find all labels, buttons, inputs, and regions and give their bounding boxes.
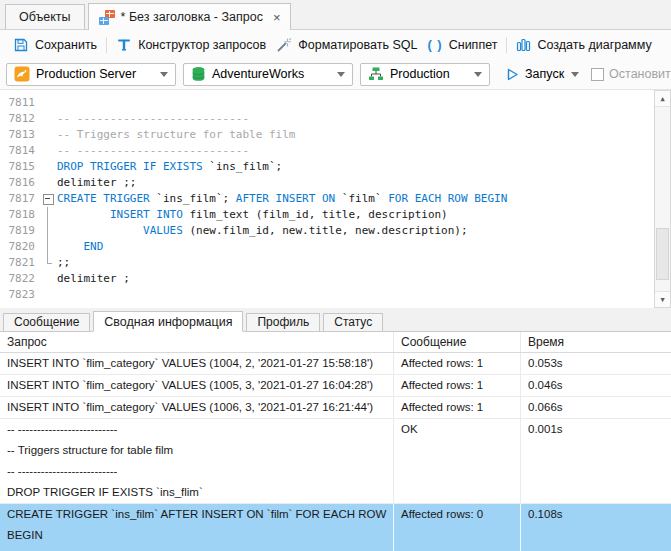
- close-icon[interactable]: ×: [273, 11, 281, 24]
- code-text: INSERT INTO film_text (film_id, title, d…: [57, 207, 671, 223]
- query-tool-window: { "window": { "tabs": [ { "label": "Объе…: [0, 0, 671, 551]
- tab-status-label: Статус: [334, 315, 372, 329]
- fold-margin: [40, 255, 57, 271]
- editor-scrollbar[interactable]: ▲ ▼: [654, 90, 671, 308]
- query-builder-icon: [116, 37, 132, 53]
- code-text: delimiter ;: [57, 271, 671, 287]
- query-builder-button[interactable]: Конструктор запросов: [111, 33, 271, 57]
- code-line[interactable]: 7817CREATE TRIGGER `ins_film`; AFTER INS…: [0, 191, 671, 207]
- stop-checkbox[interactable]: [591, 68, 604, 81]
- query-tab-icon: [99, 10, 115, 25]
- results-header: Запрос Сообщение Время: [0, 332, 671, 353]
- code-text: CREATE TRIGGER `ins_film`; AFTER INSERT …: [57, 191, 671, 207]
- stop-label: Остановить: [609, 67, 671, 81]
- tab-profile[interactable]: Профиль: [246, 313, 320, 331]
- create-chart-button[interactable]: Создать диаграмму: [511, 33, 656, 57]
- message-cell[interactable]: Affected rows: 0: [393, 504, 520, 551]
- snippet-icon: ( ): [427, 37, 442, 52]
- scrollbar-thumb[interactable]: [656, 228, 669, 280]
- column-header-time: Время: [520, 332, 671, 352]
- time-cell[interactable]: 0.001s: [520, 419, 671, 503]
- line-number: 7818: [0, 207, 40, 223]
- chevron-down-icon: [337, 72, 345, 77]
- result-tabstrip: Сообщение Сводная информация Профиль Ста…: [0, 312, 671, 332]
- run-dropdown-caret-icon[interactable]: [571, 72, 579, 77]
- line-number: 7815: [0, 159, 40, 175]
- code-line[interactable]: 7820 END: [0, 239, 671, 255]
- fold-margin: [40, 207, 57, 223]
- fold-margin: [40, 143, 57, 159]
- code-line[interactable]: 7813-- Triggers structure for table film: [0, 127, 671, 143]
- time-cell[interactable]: 0.066s: [520, 397, 671, 418]
- code-text: DROP TRIGGER IF EXISTS `ins_film`;: [57, 159, 671, 175]
- format-sql-icon: [276, 37, 292, 53]
- chevron-down-icon: [474, 72, 482, 77]
- time-cell[interactable]: 0.053s: [520, 353, 671, 374]
- fold-margin: [40, 95, 57, 111]
- code-line[interactable]: 7818 INSERT INTO film_text (film_id, tit…: [0, 207, 671, 223]
- scroll-up-icon[interactable]: ▲: [655, 91, 670, 107]
- code-line[interactable]: 7819 VALUES (new.film_id, new.title, new…: [0, 223, 671, 239]
- format-sql-button[interactable]: Форматировать SQL: [271, 33, 422, 57]
- message-cell[interactable]: Affected rows: 1: [393, 353, 520, 374]
- line-number: 7817: [0, 191, 40, 207]
- database-select[interactable]: AdventureWorks: [183, 63, 353, 86]
- column-header-query: Запрос: [0, 332, 393, 352]
- code-line[interactable]: 7821;;: [0, 255, 671, 271]
- line-number: 7812: [0, 111, 40, 127]
- message-cell[interactable]: Affected rows: 1: [393, 397, 520, 418]
- main-toolbar: Сохранить Конструктор запросов Форматиро…: [0, 30, 671, 59]
- result-row[interactable]: CREATE TRIGGER `ins_film` AFTER INSERT O…: [0, 504, 671, 551]
- code-text: -- Triggers structure for table film: [57, 127, 671, 143]
- result-row[interactable]: INSERT INTO `flim_category` VALUES (1004…: [0, 353, 671, 375]
- tab-objects[interactable]: Объекты: [5, 4, 85, 29]
- line-number: 7811: [0, 95, 40, 111]
- schema-select[interactable]: Production: [360, 63, 490, 86]
- tab-summary[interactable]: Сводная информация: [93, 311, 243, 332]
- query-cell[interactable]: INSERT INTO `flim_category` VALUES (1006…: [0, 397, 393, 418]
- time-cell[interactable]: 0.108s: [520, 504, 671, 551]
- result-row[interactable]: INSERT INTO `flim_category` VALUES (1006…: [0, 397, 671, 419]
- line-number: 7823: [0, 287, 40, 303]
- fold-margin: [40, 159, 57, 175]
- code-text: -- --------------------------: [57, 111, 671, 127]
- schema-icon: [368, 66, 384, 82]
- code-line[interactable]: 7811: [0, 95, 671, 111]
- code-text: delimiter ;;: [57, 175, 671, 191]
- code-line[interactable]: 7812-- --------------------------: [0, 111, 671, 127]
- fold-toggle-icon[interactable]: [40, 191, 57, 207]
- query-cell[interactable]: INSERT INTO `flim_category` VALUES (1004…: [0, 353, 393, 374]
- scroll-down-icon[interactable]: ▼: [655, 291, 670, 307]
- snippet-button[interactable]: ( ) Сниппет: [422, 33, 502, 57]
- fold-margin: [40, 287, 57, 303]
- query-cell[interactable]: -- ---------------------------- Triggers…: [0, 419, 393, 503]
- time-cell[interactable]: 0.046s: [520, 375, 671, 396]
- message-cell[interactable]: OK: [393, 419, 520, 503]
- result-row[interactable]: INSERT INTO `flim_category` VALUES (1005…: [0, 375, 671, 397]
- save-button[interactable]: Сохранить: [8, 33, 102, 57]
- query-cell[interactable]: INSERT INTO `flim_category` VALUES (1005…: [0, 375, 393, 396]
- code-line[interactable]: 7822delimiter ;: [0, 271, 671, 287]
- server-select[interactable]: Production Server: [6, 63, 176, 86]
- code-area[interactable]: 78117812-- --------------------------781…: [0, 90, 671, 303]
- code-line[interactable]: 7823: [0, 287, 671, 303]
- tab-query[interactable]: * Без заголовка - Запрос ×: [88, 3, 292, 30]
- code-line[interactable]: 7814-- --------------------------: [0, 143, 671, 159]
- code-line[interactable]: 7815DROP TRIGGER IF EXISTS `ins_film`;: [0, 159, 671, 175]
- line-number: 7820: [0, 239, 40, 255]
- code-text: END: [57, 239, 671, 255]
- fold-margin: [40, 111, 57, 127]
- code-line[interactable]: 7816delimiter ;;: [0, 175, 671, 191]
- query-cell[interactable]: CREATE TRIGGER `ins_film` AFTER INSERT O…: [0, 504, 393, 551]
- code-text: ;;: [57, 255, 671, 271]
- run-label: Запуск: [525, 67, 564, 81]
- toolbar-separator: [106, 37, 107, 53]
- tab-message[interactable]: Сообщение: [3, 313, 90, 331]
- tab-status[interactable]: Статус: [323, 313, 383, 331]
- fold-margin: [40, 271, 57, 287]
- sql-editor[interactable]: 78117812-- --------------------------781…: [0, 90, 671, 308]
- line-number: 7822: [0, 271, 40, 287]
- run-button[interactable]: Запуск: [501, 67, 583, 82]
- message-cell[interactable]: Affected rows: 1: [393, 375, 520, 396]
- result-row[interactable]: -- ---------------------------- Triggers…: [0, 419, 671, 504]
